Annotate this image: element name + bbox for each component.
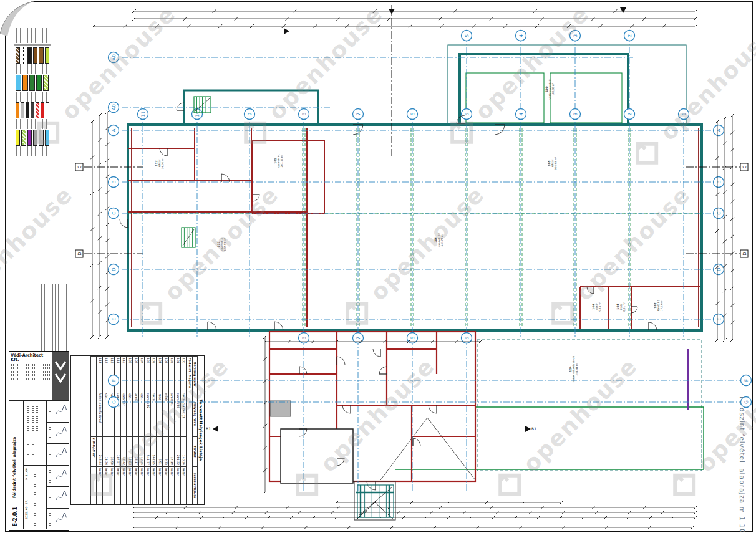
dim-tick xyxy=(541,506,545,509)
room-name: tároló 01 xyxy=(168,391,175,436)
white-room xyxy=(281,429,353,483)
section-arrow xyxy=(525,426,531,432)
room-schedule-title: Tervezett Helyiségek Listája xyxy=(198,356,204,504)
door xyxy=(353,125,363,135)
dim-tick xyxy=(90,263,94,267)
dim-tick xyxy=(397,511,400,514)
dim-tick xyxy=(642,506,646,509)
room-row: 103előtér9,75beton xyxy=(163,357,169,504)
dim-tick xyxy=(519,526,523,529)
dim-tick xyxy=(591,17,595,21)
room-label-line: 140,36 m² xyxy=(551,82,555,95)
door xyxy=(631,307,637,313)
grid-bubble-label: C xyxy=(716,211,722,214)
dim-tick xyxy=(730,199,734,203)
dim-tick xyxy=(285,17,289,21)
dim-tick xyxy=(387,506,391,509)
signature-scribble xyxy=(55,489,67,505)
grid-bubble-label: 3 xyxy=(573,34,578,37)
room-label-line: csarnok 02 xyxy=(437,233,440,247)
door xyxy=(299,429,307,436)
dim-tick xyxy=(715,120,719,123)
dim-tick xyxy=(298,511,301,514)
dim-tick xyxy=(231,511,235,514)
watermark: openhouse xyxy=(124,176,288,340)
grid-bubble-label: 10 xyxy=(195,111,200,117)
watermark: openhouse xyxy=(535,176,699,340)
room-label-line: előtér xyxy=(595,303,598,310)
signature-scribble xyxy=(55,468,67,484)
room-number: 104 xyxy=(157,357,163,391)
dim-tick xyxy=(98,138,102,142)
room-row: 102tároló 0117,19beton xyxy=(168,357,175,504)
room-label: 100raktár csarnok 01140,36 m² xyxy=(545,78,555,100)
legend-swatch xyxy=(46,102,49,118)
dim-tick xyxy=(235,17,238,21)
room-label-line: 103 xyxy=(592,304,595,310)
room-label-line: 9,75 m² xyxy=(598,302,601,312)
dim-tick xyxy=(536,516,540,519)
watermark-house-icon xyxy=(482,458,537,512)
dim-tick xyxy=(132,526,136,529)
dim-tick xyxy=(105,191,109,194)
dim-tick xyxy=(132,9,136,13)
dim-tick xyxy=(715,302,719,305)
room-label: 101csarnok 01201,32 m² xyxy=(274,154,283,168)
dim-tick xyxy=(462,511,466,514)
grid-bubble xyxy=(741,375,752,386)
legend-swatch xyxy=(21,102,24,118)
room-row: 114fedett előtetős tároló243,44beton xyxy=(97,357,103,504)
room-label-line: raktár xyxy=(158,160,161,167)
room-row: 100raktár csarnok 01140,36beton xyxy=(180,357,187,504)
dim-tick xyxy=(485,501,488,504)
grid-bubble xyxy=(109,314,119,325)
dim-tick xyxy=(440,24,444,28)
grid-bubble-label: 6 xyxy=(410,112,415,115)
door xyxy=(379,367,387,374)
grid-bubble xyxy=(407,109,418,120)
dim-tick xyxy=(132,506,136,509)
dim-tick xyxy=(311,340,315,343)
room-number: 101 xyxy=(175,357,181,391)
office-wing-walls xyxy=(269,332,475,481)
dim-tick xyxy=(715,156,719,160)
grid-bubble-label: 4 xyxy=(518,34,524,37)
dim-tick xyxy=(383,340,387,343)
room-number: 102 xyxy=(168,357,175,391)
dim-tick xyxy=(132,17,136,21)
dim-tick xyxy=(198,511,202,514)
dim-tick xyxy=(379,516,383,519)
room-label-line: raktár xyxy=(551,160,554,167)
grid-bubble xyxy=(407,333,418,343)
dim-tick xyxy=(312,516,316,519)
section-marker-label: C xyxy=(742,165,747,168)
dim-tick xyxy=(730,234,734,238)
legend-swatch xyxy=(21,130,26,146)
grid-bubble xyxy=(109,177,119,188)
legend-row xyxy=(14,102,51,118)
room-area: 6,91 xyxy=(157,436,163,466)
dim-tick xyxy=(372,501,376,504)
dim-tick xyxy=(250,24,254,28)
room-row: 108tároló13,17beton xyxy=(133,357,139,504)
dim-tick xyxy=(439,506,442,509)
stairs xyxy=(194,97,211,113)
grid-bubble xyxy=(192,109,203,120)
room-number: 112 xyxy=(109,357,115,391)
watermark-house-icon xyxy=(535,286,590,341)
room-name: fedett előtetős tároló xyxy=(97,391,103,436)
room-name: előtér xyxy=(163,391,169,436)
room-flooring: beton xyxy=(133,466,139,504)
dim-tick xyxy=(245,516,248,519)
room-number: 113 xyxy=(103,357,109,391)
room-flooring: beton xyxy=(168,466,175,504)
room-area: 243,44 xyxy=(97,436,103,466)
dim-tick xyxy=(177,516,181,519)
grid-bubble xyxy=(109,208,119,219)
dim-tick xyxy=(581,516,585,519)
dim-tick xyxy=(105,223,109,226)
room-label-line: 101 xyxy=(274,158,277,164)
dim-tick xyxy=(90,191,94,195)
room-name: csarnok 01 xyxy=(175,391,181,436)
legend-swatch xyxy=(29,75,35,91)
